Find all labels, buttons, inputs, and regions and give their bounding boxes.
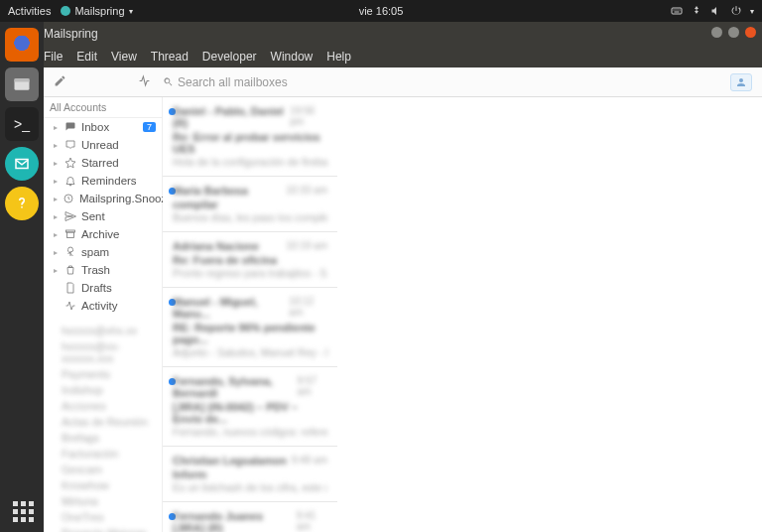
account-item[interactable]: Brefags [44,430,162,446]
activity-icon [64,300,76,312]
menu-developer[interactable]: Developer [202,50,257,64]
message-item[interactable]: Fernando, Sylvana, Bernardi9:57 am[JIRA]… [163,367,337,447]
message-preview: Buenos días, les paso los compiles de [173,211,327,223]
account-item[interactable]: Acciones [44,398,162,414]
mailspring-window: Search all mailboxes All Accounts ▸Inbox… [44,67,762,532]
account-item[interactable]: Indishop [44,382,162,398]
sidebar-item-starred[interactable]: ▸Starred [44,154,162,172]
account-item[interactable]: OneTres [44,509,162,525]
account-item[interactable]: Proyecto Mejoras [44,525,162,532]
svg-rect-11 [67,232,74,238]
chevron-right-icon: ▸ [54,212,60,221]
sidebar-item-unread[interactable]: ▸Unread [44,136,162,154]
account-item[interactable]: hxxxxx@xhx.xx [44,323,162,338]
account-item[interactable]: Mirtuna [44,493,162,509]
message-from: Daniel - Pablo, Daniel (R) [173,105,290,129]
message-time: 19:56 pm [290,105,327,129]
launcher-mailspring[interactable] [5,147,39,181]
menu-thread[interactable]: Thread [151,50,189,64]
launcher-terminal[interactable]: >_ [5,107,39,141]
sidebar-item-spam[interactable]: ▸spam [44,243,162,261]
app-indicator[interactable]: Mailspring ▾ [61,5,132,17]
mailspring-icon [61,6,70,16]
message-from: María Barbosa [173,185,248,197]
launcher-files[interactable] [5,67,39,101]
svg-rect-5 [675,12,680,13]
message-item[interactable]: Christian Legsalamon9:49 amInformEs un l… [163,447,337,502]
svg-rect-4 [680,10,681,11]
sidebar-item-label: Archive [81,228,119,240]
launcher-firefox[interactable] [5,28,39,62]
sidebar-item-archive[interactable]: ▸Archive [44,225,162,243]
sidebar-item-drafts[interactable]: Drafts [44,279,162,297]
reading-pane [337,97,762,532]
message-item[interactable]: Fernando Juanes [JIRA] (R)9:41 am[JIRA] … [163,502,337,532]
chevron-down-icon: ▾ [750,7,754,16]
account-item[interactable]: Knowhow [44,477,162,493]
message-subject: Re: Fuera de oficina [173,254,327,266]
trash-icon [64,264,76,276]
message-from: Adriana Nacione [173,240,259,252]
network-icon [691,5,702,17]
sidebar-item-sent[interactable]: ▸Sent [44,207,162,225]
chevron-right-icon: ▸ [54,141,60,150]
sidebar-item-inbox[interactable]: ▸Inbox7 [44,118,162,136]
reminder-icon [64,175,76,187]
message-list[interactable]: Daniel - Pablo, Daniel (R)19:56 pmRe: Er… [163,97,337,532]
show-applications-button[interactable] [13,501,34,522]
svg-rect-7 [15,78,30,81]
message-preview: Hola de la configuración de firebase [173,156,327,168]
message-item[interactable]: María Barbosa10:33 amcompilarBuenos días… [163,177,337,232]
compose-button[interactable] [54,73,66,91]
volume-icon [710,5,722,17]
clock[interactable]: vie 16:05 [359,5,404,17]
contact-sidebar-button[interactable] [730,73,752,91]
window-titlebar: Mailspring [0,22,762,46]
account-item[interactable]: Actas de Reunión [44,414,162,430]
account-item[interactable]: Payments [44,366,162,382]
message-from: Manuel - Miguel, Manu... [173,296,289,320]
message-from: Christian Legsalamon [173,455,287,466]
svg-rect-3 [678,10,679,11]
sidebar-item-reminders[interactable]: ▸Reminders [44,172,162,190]
chevron-right-icon: ▸ [54,177,60,186]
menu-edit[interactable]: Edit [76,50,97,64]
account-item[interactable]: Gexcam [44,462,162,477]
archive-icon [64,228,76,240]
system-tray[interactable]: ▾ [671,5,754,17]
menu-window[interactable]: Window [271,50,314,64]
chevron-down-icon: ▾ [129,7,133,16]
sidebar-item-trash[interactable]: ▸Trash [44,261,162,279]
sidebar-item-snoozed[interactable]: ▸Mailspring.Snoozed [44,190,162,207]
account-item[interactable]: hxxxxx@xx-xxxxxx.xxx [44,338,162,366]
sidebar-item-label: Sent [81,210,105,222]
message-preview: Es un listchash de los cifra, este dos [173,481,327,493]
spam-icon [64,246,76,258]
message-item[interactable]: Manuel - Miguel, Manu...10:12 amRE: Repo… [163,288,337,367]
message-time: 9:57 am [298,375,327,399]
window-minimize-button[interactable] [711,27,722,38]
app-indicator-label: Mailspring [74,5,124,17]
menubar: File Edit View Thread Developer Window H… [0,46,762,67]
activities-button[interactable]: Activities [8,5,51,17]
message-item[interactable]: Daniel - Pablo, Daniel (R)19:56 pmRe: Er… [163,97,337,177]
chevron-right-icon: ▸ [54,248,60,257]
message-item[interactable]: Adriana Nacione10:19 amRe: Fuera de ofic… [163,232,337,288]
menu-file[interactable]: File [44,50,63,64]
person-icon [735,76,747,88]
sidebar-item-activity[interactable]: Activity [44,297,162,315]
activity-icon[interactable] [138,73,151,91]
sidebar-item-label: Drafts [81,282,112,294]
launcher-dock: >_ [0,22,44,532]
search-input[interactable]: Search all mailboxes [163,75,341,89]
window-maximize-button[interactable] [728,27,739,38]
window-close-button[interactable] [745,27,756,38]
account-item[interactable]: Facturación [44,446,162,462]
menu-view[interactable]: View [111,50,137,64]
menu-help[interactable]: Help [326,50,351,64]
chevron-right-icon: ▸ [54,230,60,239]
sidebar-item-label: Inbox [81,121,109,133]
launcher-help[interactable] [5,187,39,220]
message-from: Fernando Juanes [JIRA] (R) [173,510,297,532]
message-time: 10:19 am [286,240,327,252]
